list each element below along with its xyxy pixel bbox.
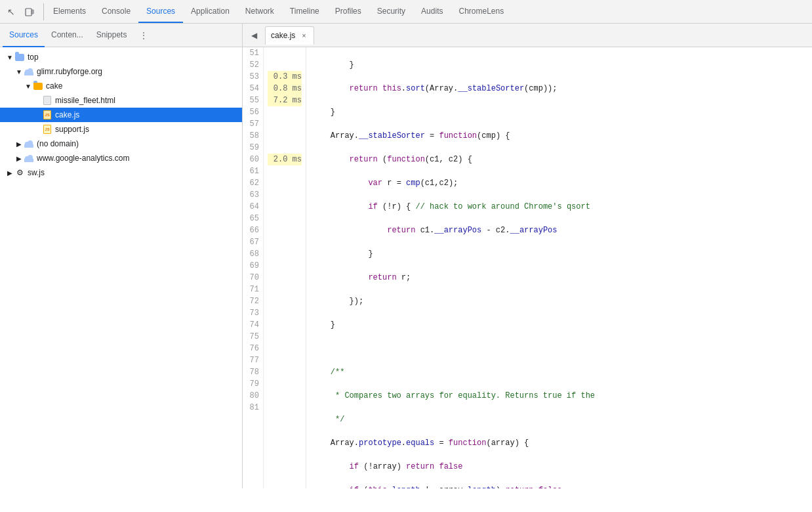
left-panel: Sources Conten... Snippets ⋮ ▼ top ▼: [0, 24, 243, 488]
editor-tabs-bar: ◀ cake.js ×: [243, 24, 812, 47]
svg-rect-9: [24, 144, 33, 148]
tree-item-support-js[interactable]: JS support.js: [0, 122, 242, 137]
svg-rect-5: [24, 72, 33, 75]
tree-label-no-domain: (no domain): [37, 139, 79, 148]
svg-rect-1: [32, 10, 33, 14]
main-area: Sources Conten... Snippets ⋮ ▼ top ▼: [0, 24, 812, 488]
tab-security[interactable]: Security: [369, 0, 413, 23]
tab-elements[interactable]: Elements: [45, 0, 94, 23]
devtools-toolbar: ↖ Elements Console Sources Application N…: [0, 0, 812, 24]
tab-profiles[interactable]: Profiles: [327, 0, 369, 23]
tree-label-google-analytics: www.google-analytics.com: [37, 154, 129, 163]
editor-tab-filename: cake.js: [271, 31, 295, 40]
folder-icon-cake: [33, 81, 43, 91]
tree-label-cake-js: cake.js: [55, 110, 79, 119]
tree-label-missile-fleet: missile_fleet.html: [55, 96, 115, 105]
file-tree: ▼ top ▼ glimr.rubyforge.: [0, 47, 242, 488]
right-panel: ◀ cake.js × 51 52 53 54 55 56 57 58 59 6…: [243, 24, 812, 488]
device-icon[interactable]: [21, 3, 38, 20]
tab-audits[interactable]: Audits: [413, 0, 451, 23]
arrow-missile: [33, 96, 42, 105]
tree-item-google-analytics[interactable]: ▶ www.google-analytics.com: [0, 151, 242, 165]
editor-back-button[interactable]: ◀: [245, 27, 262, 44]
tab-chromelens[interactable]: ChromeLens: [451, 0, 512, 23]
arrow-cake-js: [33, 110, 42, 119]
tree-item-cake-folder[interactable]: ▼ cake: [0, 79, 242, 93]
tab-sources[interactable]: Sources: [138, 0, 183, 23]
file-icon-html: [42, 95, 52, 106]
tab-network[interactable]: Network: [237, 0, 282, 23]
tab-console[interactable]: Console: [94, 0, 138, 23]
arrow-sw-js: ▶: [5, 168, 14, 177]
subtab-sources[interactable]: Sources: [3, 24, 45, 47]
tree-label-glimr: glimr.rubyforge.org: [37, 67, 102, 76]
gear-icon-sw-js: ⚙: [14, 167, 25, 178]
tab-application[interactable]: Application: [183, 0, 237, 23]
tree-label-cake: cake: [46, 81, 62, 91]
line-numbers: 51 52 53 54 55 56 57 58 59 60 61 62 63 6…: [243, 47, 264, 488]
tree-item-glimr[interactable]: ▼ glimr.rubyforge.org: [0, 64, 242, 79]
tree-item-sw-js[interactable]: ▶ ⚙ sw.js: [0, 165, 242, 180]
main-nav-tabs: Elements Console Sources Application Net…: [45, 0, 809, 23]
more-tabs-button[interactable]: ⋮: [134, 26, 153, 45]
tree-label-sw-js: sw.js: [28, 168, 45, 177]
tree-item-no-domain[interactable]: ▶ (no domain): [0, 137, 242, 151]
tree-item-top[interactable]: ▼ top: [0, 50, 242, 64]
folder-icon-top: [14, 52, 25, 62]
sub-tabs-bar: Sources Conten... Snippets ⋮: [0, 24, 242, 47]
svg-rect-13: [24, 159, 33, 162]
arrow-top: ▼: [5, 53, 14, 62]
cloud-icon-no-domain: [24, 139, 34, 149]
tab-timeline[interactable]: Timeline: [282, 0, 327, 23]
subtab-content[interactable]: Conten...: [45, 24, 90, 47]
arrow-cake: ▼: [24, 81, 33, 91]
arrow-support-js: [33, 125, 42, 134]
tree-item-missile-fleet[interactable]: missile_fleet.html: [0, 93, 242, 108]
arrow-no-domain: ▶: [14, 139, 24, 148]
cloud-icon-google-analytics: [24, 153, 34, 163]
code-editor[interactable]: 51 52 53 54 55 56 57 58 59 60 61 62 63 6…: [243, 47, 812, 488]
timing-column: 0.3 ms 0.8 ms 7.2 ms 2.0 ms: [264, 47, 306, 488]
toolbar-icon-group: ↖: [3, 3, 44, 20]
subtab-snippets[interactable]: Snippets: [90, 24, 134, 47]
code-content: } return this.sort(Array.__stableSorter(…: [306, 47, 812, 488]
arrow-glimr: ▼: [14, 67, 24, 76]
cloud-icon-glimr: [24, 66, 34, 77]
tree-item-cake-js[interactable]: JS cake.js: [0, 108, 242, 122]
arrow-google-analytics: ▶: [14, 154, 24, 163]
editor-tab-close[interactable]: ×: [299, 31, 308, 40]
svg-rect-0: [26, 9, 31, 16]
file-icon-support-js: JS: [42, 124, 52, 135]
tree-label-top: top: [28, 53, 39, 62]
file-icon-cake-js: JS: [42, 110, 52, 120]
cursor-icon[interactable]: ↖: [3, 3, 20, 20]
tree-label-support-js: support.js: [55, 125, 89, 134]
editor-tab-cake-js[interactable]: cake.js ×: [265, 26, 314, 45]
